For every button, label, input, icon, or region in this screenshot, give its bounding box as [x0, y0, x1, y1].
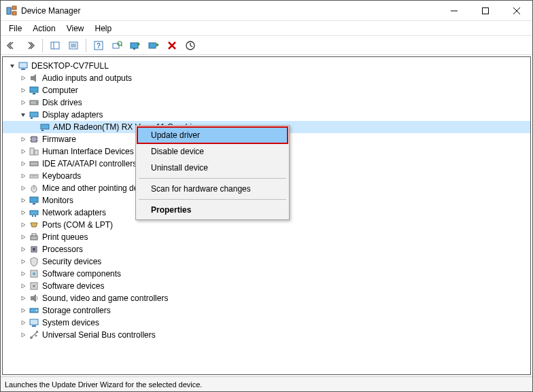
context-item-label: Scan for hardware changes: [151, 184, 251, 194]
svg-rect-0: [7, 7, 11, 14]
forward-button[interactable]: [22, 37, 38, 54]
disable-device-button[interactable]: [145, 37, 162, 54]
tree-item-audio[interactable]: Audio inputs and outputs: [3, 72, 530, 84]
tree-label: Processors: [42, 243, 83, 255]
chevron-right-icon[interactable]: [18, 209, 29, 216]
svg-rect-68: [36, 331, 38, 333]
svg-rect-43: [35, 150, 38, 155]
tree-item-computer[interactable]: Computer: [3, 84, 530, 96]
tree-item-print[interactable]: Print queues: [3, 231, 530, 243]
svg-rect-2: [12, 12, 16, 15]
chevron-right-icon[interactable]: [18, 160, 29, 167]
svg-rect-34: [31, 118, 33, 119]
software-device-icon: [29, 281, 39, 291]
chevron-right-icon[interactable]: [18, 99, 29, 106]
svg-point-69: [35, 335, 37, 337]
properties-button[interactable]: [65, 37, 82, 54]
context-scan-hardware[interactable]: Scan for hardware changes: [137, 181, 288, 197]
usb-icon: [29, 329, 39, 340]
menu-view[interactable]: View: [61, 22, 90, 35]
software-icon: [29, 268, 39, 279]
menu-help[interactable]: Help: [90, 22, 118, 35]
tree-item-softcomp[interactable]: Software components: [3, 268, 530, 280]
svg-rect-52: [32, 215, 33, 217]
tree-item-system[interactable]: System devices: [3, 317, 530, 329]
chevron-right-icon[interactable]: [18, 258, 29, 265]
sound-icon: [29, 293, 39, 304]
chevron-right-icon[interactable]: [18, 185, 29, 192]
svg-rect-33: [30, 112, 38, 117]
chevron-down-icon[interactable]: [18, 111, 29, 118]
tree-item-display[interactable]: Display adapters: [3, 109, 530, 121]
tree-root-label: DESKTOP-CV7FULL: [31, 60, 109, 72]
svg-rect-27: [21, 69, 25, 70]
menu-file[interactable]: File: [3, 22, 27, 35]
tree-label: Audio inputs and outputs: [42, 72, 132, 84]
chevron-right-icon[interactable]: [18, 332, 29, 338]
chevron-right-icon[interactable]: [18, 136, 29, 143]
scan-hardware-button[interactable]: [109, 37, 125, 54]
maximize-button[interactable]: [470, 1, 501, 21]
close-button[interactable]: [501, 1, 532, 21]
chevron-right-icon[interactable]: [18, 234, 29, 240]
svg-rect-20: [131, 43, 138, 48]
chevron-right-icon[interactable]: [18, 87, 29, 94]
tree-label: System devices: [42, 317, 99, 329]
tree-item-usb[interactable]: Universal Serial Bus controllers: [3, 329, 530, 341]
tree-item-disk[interactable]: Disk drives: [3, 96, 530, 109]
context-item-label: Properties: [151, 205, 191, 215]
chevron-right-icon[interactable]: [18, 197, 29, 204]
minimize-button[interactable]: [439, 1, 470, 21]
tree-label: Universal Serial Bus controllers: [42, 329, 156, 341]
tree-label: Keyboards: [42, 170, 81, 182]
svg-rect-30: [33, 93, 35, 94]
chevron-right-icon[interactable]: [18, 319, 29, 326]
context-properties[interactable]: Properties: [137, 202, 288, 218]
back-button[interactable]: [3, 37, 20, 54]
tree-root[interactable]: DESKTOP-CV7FULL: [3, 60, 530, 72]
tree-item-softdev[interactable]: Software devices: [3, 280, 530, 292]
tree-item-processors[interactable]: Processors: [3, 243, 530, 255]
toolbar: ?: [1, 36, 532, 55]
update-driver-button[interactable]: [127, 37, 143, 54]
menu-action[interactable]: Action: [27, 22, 61, 35]
network-icon: [29, 207, 39, 218]
display-adapter-icon: [29, 109, 39, 120]
chevron-right-icon[interactable]: [18, 221, 29, 228]
chevron-right-icon[interactable]: [18, 246, 29, 253]
speaker-icon: [29, 73, 39, 84]
menubar: File Action View Help: [1, 21, 532, 36]
svg-rect-37: [31, 137, 37, 142]
tree-item-sound[interactable]: Sound, video and game controllers: [3, 292, 530, 304]
chevron-right-icon[interactable]: [18, 148, 29, 155]
tree-label: Firmware: [42, 133, 76, 145]
svg-point-32: [36, 102, 37, 103]
chevron-right-icon[interactable]: [18, 270, 29, 277]
printer-icon: [29, 232, 39, 243]
chevron-right-icon[interactable]: [18, 295, 29, 302]
help-button[interactable]: ?: [90, 37, 107, 54]
context-item-label: Uninstall device: [151, 163, 208, 173]
svg-rect-55: [32, 234, 36, 236]
context-update-driver[interactable]: Update driver: [137, 127, 288, 143]
chevron-right-icon[interactable]: [18, 307, 29, 314]
tree-item-storage[interactable]: Storage controllers: [3, 304, 530, 317]
show-hide-tree-button[interactable]: [47, 37, 63, 54]
context-uninstall-device[interactable]: Uninstall device: [137, 160, 288, 176]
uninstall-device-button[interactable]: [164, 37, 180, 54]
window-title: Device Manager: [21, 6, 439, 16]
tree-item-ports[interactable]: Ports (COM & LPT): [3, 219, 530, 231]
tree-item-security[interactable]: Security devices: [3, 255, 530, 268]
tree-label: Ports (COM & LPT): [42, 219, 113, 231]
svg-rect-42: [30, 148, 34, 155]
chevron-right-icon[interactable]: [18, 283, 29, 289]
chevron-right-icon[interactable]: [18, 173, 29, 179]
system-icon: [29, 317, 39, 328]
monitor-icon: [29, 85, 39, 96]
tree-label: Storage controllers: [42, 304, 111, 317]
chevron-down-icon[interactable]: [7, 63, 18, 69]
enable-device-button[interactable]: [182, 37, 199, 54]
toolbar-separator: [86, 39, 86, 52]
context-disable-device[interactable]: Disable device: [137, 143, 288, 160]
chevron-right-icon[interactable]: [18, 75, 29, 82]
